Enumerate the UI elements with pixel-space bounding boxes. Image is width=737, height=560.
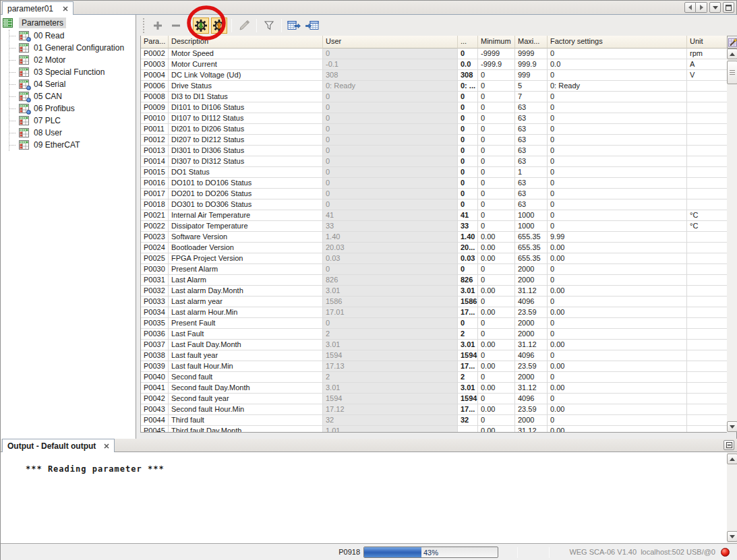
cell-minimum[interactable]: 0	[478, 210, 515, 221]
cell-user[interactable]: 0	[323, 49, 458, 59]
cell-unit[interactable]	[687, 307, 727, 318]
cell-param[interactable]: P0012	[141, 135, 169, 146]
table-row[interactable]: P0004 DC Link Voltage (Ud) 308 308 0 999…	[141, 70, 727, 81]
cell-value[interactable]: 0	[458, 135, 478, 146]
cell-minimum[interactable]: -9999	[478, 49, 515, 59]
col-header-param[interactable]: Para...	[141, 36, 169, 49]
cell-minimum[interactable]: 0.00	[478, 340, 515, 350]
cell-value[interactable]	[458, 426, 478, 432]
cell-value[interactable]: 0	[458, 124, 478, 135]
cell-unit[interactable]	[687, 124, 727, 135]
cell-minimum[interactable]: 0	[478, 394, 515, 404]
cell-user[interactable]: -0.1	[323, 59, 458, 70]
cell-value[interactable]: 1586	[458, 297, 478, 307]
table-row[interactable]: P0024 Bootloader Version 20.03 20... 0.0…	[141, 243, 727, 253]
cell-unit[interactable]	[687, 394, 727, 404]
cell-unit[interactable]	[687, 340, 727, 350]
table-row[interactable]: P0038 Last fault year 1594 1594 0 4096 0	[141, 350, 727, 361]
table-row[interactable]: P0037 Last Fault Day.Month 3.01 3.01 0.0…	[141, 340, 727, 350]
cell-description[interactable]: DO101 to DO106 Status	[169, 178, 323, 189]
cell-value[interactable]: 17...	[458, 361, 478, 372]
cell-value[interactable]: 1594	[458, 394, 478, 404]
cell-param[interactable]: P0022	[141, 221, 169, 232]
cell-param[interactable]: P0017	[141, 189, 169, 199]
table-row[interactable]: P0013 DI301 to DI306 Status 0 0 0 63 0	[141, 146, 727, 156]
output-vertical-scrollbar[interactable]	[727, 452, 737, 543]
cell-param[interactable]: P0034	[141, 307, 169, 318]
cell-description[interactable]: Second fault	[169, 372, 323, 383]
cell-minimum[interactable]: 0	[478, 189, 515, 199]
table-row[interactable]: P0035 Present Fault 0 0 0 2000 0	[141, 318, 727, 329]
cell-factory[interactable]: 0.00	[548, 243, 687, 253]
cell-factory[interactable]: 0	[548, 329, 687, 340]
cell-value[interactable]: 3.01	[458, 286, 478, 297]
cell-description[interactable]: DI301 to DI306 Status	[169, 146, 323, 156]
cell-unit[interactable]	[687, 199, 727, 210]
cell-maximum[interactable]: 655.35	[515, 253, 548, 264]
cell-unit[interactable]	[687, 102, 727, 113]
cell-unit[interactable]	[687, 178, 727, 189]
cell-description[interactable]: DC Link Voltage (Ud)	[169, 70, 323, 81]
cell-user[interactable]: 0	[323, 135, 458, 146]
tab-scroll-left-button[interactable]	[684, 2, 696, 13]
cell-factory[interactable]: 0	[548, 318, 687, 329]
cell-param[interactable]: P0004	[141, 70, 169, 81]
cell-factory[interactable]: 0	[548, 264, 687, 275]
sidebar-tree-item[interactable]: 08 User	[9, 127, 136, 139]
cell-description[interactable]: Second fault Day.Month	[169, 383, 323, 394]
cell-param[interactable]: P0037	[141, 340, 169, 350]
table-row[interactable]: P0045 Third fault Day.Month 1.01 0.00 31…	[141, 426, 727, 432]
cell-minimum[interactable]: 0.00	[478, 426, 515, 432]
cell-maximum[interactable]: 23.59	[515, 361, 548, 372]
cell-maximum[interactable]: 63	[515, 156, 548, 167]
filter-button[interactable]	[261, 18, 277, 34]
table-row[interactable]: P0040 Second fault 2 2 0 2000 0	[141, 372, 727, 383]
table-row[interactable]: P0012 DI207 to DI212 Status 0 0 0 63 0	[141, 135, 727, 146]
scrollbar-thumb[interactable]	[727, 61, 737, 84]
cell-maximum[interactable]: 23.59	[515, 307, 548, 318]
cell-maximum[interactable]: 2000	[515, 329, 548, 340]
cell-value[interactable]: 0	[458, 318, 478, 329]
cell-factory[interactable]: 0	[548, 210, 687, 221]
cell-maximum[interactable]: 1	[515, 167, 548, 178]
cell-user[interactable]: 1.01	[323, 426, 458, 432]
table-row[interactable]: P0018 DO301 to DO306 Status 0 0 0 63 0	[141, 199, 727, 210]
cell-factory[interactable]: 0	[548, 372, 687, 383]
cell-maximum[interactable]: 31.12	[515, 426, 548, 432]
cell-minimum[interactable]: 0.00	[478, 404, 515, 415]
cell-factory[interactable]: 0	[548, 415, 687, 426]
cell-user[interactable]: 0	[323, 199, 458, 210]
export-table-button[interactable]	[286, 18, 302, 34]
col-header-value[interactable]: ...	[458, 36, 478, 49]
cell-description[interactable]: Bootloader Version	[169, 243, 323, 253]
table-row[interactable]: P0043 Second fault Hour.Min 17.12 17... …	[141, 404, 727, 415]
cell-param[interactable]: P0002	[141, 49, 169, 59]
cell-factory[interactable]: 0.00	[548, 307, 687, 318]
table-row[interactable]: P0010 DI107 to DI112 Status 0 0 0 63 0	[141, 113, 727, 124]
cell-minimum[interactable]: 0	[478, 350, 515, 361]
table-row[interactable]: P0036 Last Fault 2 2 0 2000 0	[141, 329, 727, 340]
table-row[interactable]: P0021 Internal Air Temperature 41 41 0 1…	[141, 210, 727, 221]
cell-param[interactable]: P0044	[141, 415, 169, 426]
cell-value[interactable]: 1594	[458, 350, 478, 361]
table-row[interactable]: P0002 Motor Speed 0 0 -9999 9999 0 rpm	[141, 49, 727, 59]
sidebar-tree-item[interactable]: 06 Profibus	[9, 102, 136, 115]
close-icon[interactable]	[104, 443, 109, 449]
cell-param[interactable]: P0006	[141, 81, 169, 92]
cell-maximum[interactable]: 63	[515, 135, 548, 146]
cell-value[interactable]: 0.0	[458, 59, 478, 70]
cell-maximum[interactable]: 23.59	[515, 404, 548, 415]
cell-description[interactable]: DI307 to DI312 Status	[169, 156, 323, 167]
cell-factory[interactable]: 0.00	[548, 340, 687, 350]
cell-maximum[interactable]: 2000	[515, 264, 548, 275]
cell-value[interactable]: 0	[458, 92, 478, 102]
cell-unit[interactable]	[687, 189, 727, 199]
cell-factory[interactable]: 0	[548, 189, 687, 199]
cell-minimum[interactable]: 0	[478, 124, 515, 135]
cell-unit[interactable]	[687, 232, 727, 243]
cell-unit[interactable]	[687, 264, 727, 275]
toolbar-drag-handle[interactable]	[142, 18, 145, 33]
cell-user[interactable]: 33	[323, 221, 458, 232]
cell-minimum[interactable]: 0	[478, 221, 515, 232]
close-icon[interactable]	[63, 6, 68, 11]
